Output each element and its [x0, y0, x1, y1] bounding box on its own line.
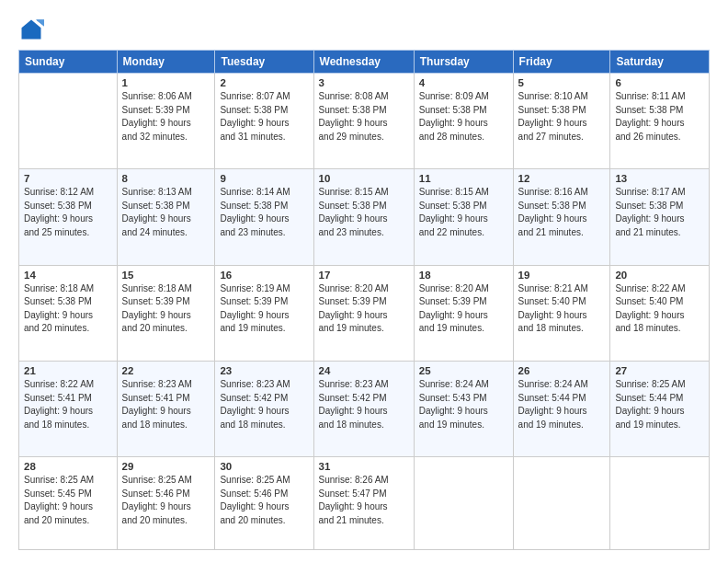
calendar-cell: 17Sunrise: 8:20 AM Sunset: 5:39 PM Dayli… — [313, 265, 414, 361]
calendar-cell: 25Sunrise: 8:24 AM Sunset: 5:43 PM Dayli… — [414, 362, 513, 457]
day-info: Sunrise: 8:20 AM Sunset: 5:39 PM Dayligh… — [319, 282, 409, 336]
day-info: Sunrise: 8:17 AM Sunset: 5:38 PM Dayligh… — [615, 186, 704, 239]
day-number: 11 — [419, 173, 508, 184]
day-number: 31 — [319, 461, 409, 472]
weekday-friday: Friday — [513, 51, 610, 74]
calendar-cell: 16Sunrise: 8:19 AM Sunset: 5:39 PM Dayli… — [215, 265, 313, 361]
calendar-cell: 27Sunrise: 8:25 AM Sunset: 5:44 PM Dayli… — [610, 362, 710, 457]
day-info: Sunrise: 8:24 AM Sunset: 5:43 PM Dayligh… — [419, 378, 508, 431]
day-info: Sunrise: 8:20 AM Sunset: 5:39 PM Dayligh… — [419, 282, 508, 336]
day-number: 1 — [122, 77, 210, 88]
calendar-cell — [19, 74, 118, 169]
day-number: 15 — [122, 270, 210, 281]
day-number: 4 — [419, 77, 508, 88]
calendar-cell — [414, 457, 513, 550]
day-info: Sunrise: 8:15 AM Sunset: 5:38 PM Dayligh… — [319, 186, 409, 239]
weekday-monday: Monday — [117, 51, 215, 74]
day-number: 27 — [615, 365, 704, 376]
day-info: Sunrise: 8:22 AM Sunset: 5:41 PM Dayligh… — [24, 378, 112, 431]
calendar-cell: 1Sunrise: 8:06 AM Sunset: 5:39 PM Daylig… — [117, 74, 215, 169]
day-number: 26 — [518, 365, 606, 376]
calendar-cell: 3Sunrise: 8:08 AM Sunset: 5:38 PM Daylig… — [313, 74, 414, 169]
day-number: 28 — [24, 461, 112, 472]
weekday-sunday: Sunday — [19, 51, 118, 74]
calendar-week-5: 28Sunrise: 8:25 AM Sunset: 5:45 PM Dayli… — [19, 457, 710, 550]
calendar-cell — [513, 457, 610, 550]
calendar-week-4: 21Sunrise: 8:22 AM Sunset: 5:41 PM Dayli… — [19, 362, 710, 457]
day-info: Sunrise: 8:21 AM Sunset: 5:40 PM Dayligh… — [518, 282, 606, 336]
day-info: Sunrise: 8:11 AM Sunset: 5:38 PM Dayligh… — [615, 90, 704, 144]
day-number: 7 — [24, 173, 112, 184]
day-number: 21 — [24, 365, 112, 376]
calendar-cell: 31Sunrise: 8:26 AM Sunset: 5:47 PM Dayli… — [313, 457, 414, 550]
day-number: 10 — [319, 173, 409, 184]
day-number: 23 — [220, 365, 308, 376]
day-info: Sunrise: 8:07 AM Sunset: 5:38 PM Dayligh… — [220, 90, 308, 144]
calendar-week-1: 1Sunrise: 8:06 AM Sunset: 5:39 PM Daylig… — [19, 74, 710, 169]
calendar-cell: 2Sunrise: 8:07 AM Sunset: 5:38 PM Daylig… — [215, 74, 313, 169]
day-info: Sunrise: 8:12 AM Sunset: 5:38 PM Dayligh… — [24, 186, 112, 239]
weekday-saturday: Saturday — [610, 51, 710, 74]
day-info: Sunrise: 8:18 AM Sunset: 5:39 PM Dayligh… — [122, 282, 210, 336]
day-info: Sunrise: 8:22 AM Sunset: 5:40 PM Dayligh… — [615, 282, 704, 336]
day-number: 9 — [220, 173, 308, 184]
page: SundayMondayTuesdayWednesdayThursdayFrid… — [0, 0, 728, 563]
logo — [18, 17, 48, 42]
day-number: 17 — [319, 270, 409, 281]
day-number: 14 — [24, 270, 112, 281]
weekday-thursday: Thursday — [414, 51, 513, 74]
day-info: Sunrise: 8:24 AM Sunset: 5:44 PM Dayligh… — [518, 378, 606, 431]
day-info: Sunrise: 8:25 AM Sunset: 5:46 PM Dayligh… — [122, 474, 210, 527]
calendar-cell: 26Sunrise: 8:24 AM Sunset: 5:44 PM Dayli… — [513, 362, 610, 457]
calendar-cell: 10Sunrise: 8:15 AM Sunset: 5:38 PM Dayli… — [313, 169, 414, 265]
calendar-cell: 24Sunrise: 8:23 AM Sunset: 5:42 PM Dayli… — [313, 362, 414, 457]
calendar-cell: 18Sunrise: 8:20 AM Sunset: 5:39 PM Dayli… — [414, 265, 513, 361]
day-number: 20 — [615, 270, 704, 281]
day-number: 29 — [122, 461, 210, 472]
day-number: 5 — [518, 77, 606, 88]
day-info: Sunrise: 8:14 AM Sunset: 5:38 PM Dayligh… — [220, 186, 308, 239]
calendar-cell: 4Sunrise: 8:09 AM Sunset: 5:38 PM Daylig… — [414, 74, 513, 169]
day-number: 25 — [419, 365, 508, 376]
logo-icon — [18, 17, 44, 42]
day-info: Sunrise: 8:10 AM Sunset: 5:38 PM Dayligh… — [518, 90, 606, 144]
day-number: 16 — [220, 270, 308, 281]
day-info: Sunrise: 8:06 AM Sunset: 5:39 PM Dayligh… — [122, 90, 210, 144]
calendar-header: SundayMondayTuesdayWednesdayThursdayFrid… — [19, 51, 710, 74]
calendar-cell: 12Sunrise: 8:16 AM Sunset: 5:38 PM Dayli… — [513, 169, 610, 265]
day-info: Sunrise: 8:25 AM Sunset: 5:44 PM Dayligh… — [615, 378, 704, 431]
calendar-cell: 9Sunrise: 8:14 AM Sunset: 5:38 PM Daylig… — [215, 169, 313, 265]
calendar-body: 1Sunrise: 8:06 AM Sunset: 5:39 PM Daylig… — [19, 74, 710, 550]
calendar-cell: 14Sunrise: 8:18 AM Sunset: 5:38 PM Dayli… — [19, 265, 118, 361]
calendar-cell: 6Sunrise: 8:11 AM Sunset: 5:38 PM Daylig… — [610, 74, 710, 169]
calendar-week-2: 7Sunrise: 8:12 AM Sunset: 5:38 PM Daylig… — [19, 169, 710, 265]
day-info: Sunrise: 8:25 AM Sunset: 5:45 PM Dayligh… — [24, 474, 112, 527]
calendar-cell: 20Sunrise: 8:22 AM Sunset: 5:40 PM Dayli… — [610, 265, 710, 361]
day-info: Sunrise: 8:19 AM Sunset: 5:39 PM Dayligh… — [220, 282, 308, 336]
day-number: 3 — [319, 77, 409, 88]
calendar-cell: 7Sunrise: 8:12 AM Sunset: 5:38 PM Daylig… — [19, 169, 118, 265]
day-info: Sunrise: 8:13 AM Sunset: 5:38 PM Dayligh… — [122, 186, 210, 239]
day-info: Sunrise: 8:23 AM Sunset: 5:42 PM Dayligh… — [220, 378, 308, 431]
day-number: 24 — [319, 365, 409, 376]
day-info: Sunrise: 8:18 AM Sunset: 5:38 PM Dayligh… — [24, 282, 112, 336]
calendar-cell: 8Sunrise: 8:13 AM Sunset: 5:38 PM Daylig… — [117, 169, 215, 265]
day-number: 2 — [220, 77, 308, 88]
calendar-cell: 22Sunrise: 8:23 AM Sunset: 5:41 PM Dayli… — [117, 362, 215, 457]
calendar-week-3: 14Sunrise: 8:18 AM Sunset: 5:38 PM Dayli… — [19, 265, 710, 361]
day-info: Sunrise: 8:23 AM Sunset: 5:42 PM Dayligh… — [319, 378, 409, 431]
calendar-cell: 28Sunrise: 8:25 AM Sunset: 5:45 PM Dayli… — [19, 457, 118, 550]
calendar-cell: 23Sunrise: 8:23 AM Sunset: 5:42 PM Dayli… — [215, 362, 313, 457]
day-info: Sunrise: 8:15 AM Sunset: 5:38 PM Dayligh… — [419, 186, 508, 239]
calendar-cell: 29Sunrise: 8:25 AM Sunset: 5:46 PM Dayli… — [117, 457, 215, 550]
calendar-cell: 11Sunrise: 8:15 AM Sunset: 5:38 PM Dayli… — [414, 169, 513, 265]
day-number: 30 — [220, 461, 308, 472]
day-info: Sunrise: 8:26 AM Sunset: 5:47 PM Dayligh… — [319, 474, 409, 527]
calendar-cell: 21Sunrise: 8:22 AM Sunset: 5:41 PM Dayli… — [19, 362, 118, 457]
day-number: 13 — [615, 173, 704, 184]
calendar-cell: 5Sunrise: 8:10 AM Sunset: 5:38 PM Daylig… — [513, 74, 610, 169]
svg-marker-0 — [22, 20, 41, 40]
day-number: 6 — [615, 77, 704, 88]
header — [18, 17, 710, 42]
calendar-cell: 30Sunrise: 8:25 AM Sunset: 5:46 PM Dayli… — [215, 457, 313, 550]
